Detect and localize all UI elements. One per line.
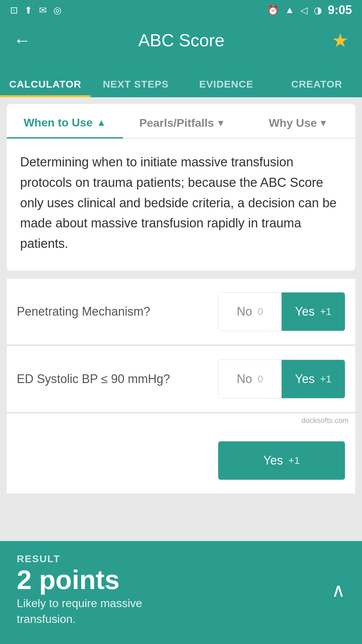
when-to-use-chevron: ▲	[97, 117, 106, 128]
clock: 9:05	[328, 3, 352, 17]
app-bar: ← ABC Score ★	[0, 20, 362, 60]
tab-calculator[interactable]: CALCULATOR	[0, 78, 90, 97]
card-body-text: Determining when to initiate massive tra…	[7, 139, 355, 271]
tab-bar: CALCULATOR NEXT STEPS EVIDENCE CREATOR	[0, 60, 362, 97]
status-icons-left: ⊡ ⬆ ✉ ◎	[10, 5, 61, 16]
tab-evidence[interactable]: EVIDENCE	[181, 78, 272, 97]
battery-icon: ◑	[314, 5, 322, 16]
partial-answer-group: Yes +1	[218, 441, 345, 480]
favorite-button[interactable]: ★	[332, 30, 349, 51]
result-description: Likely to require massive transfusion.	[17, 595, 178, 627]
partial-question-row: Yes +1	[7, 428, 355, 493]
alarm-icon: ⏰	[267, 5, 279, 16]
penetrating-label: Penetrating Mechanism?	[17, 305, 218, 319]
sub-tabs: When to Use ▲ Pearls/Pitfalls ▾ Why Use …	[7, 104, 355, 139]
tab-next-steps[interactable]: NEXT STEPS	[90, 78, 181, 97]
status-bar: ⊡ ⬆ ✉ ◎ ⏰ ▲ ◁ ◑ 9:05	[0, 0, 362, 20]
ed-systolic-label: ED Systolic BP ≤ 90 mmHg?	[17, 372, 218, 386]
ed-systolic-no-btn[interactable]: No 0	[218, 360, 282, 398]
penetrating-yes-btn[interactable]: Yes +1	[282, 292, 345, 331]
why-use-chevron: ▾	[321, 117, 325, 128]
tab-creator[interactable]: CREATOR	[272, 78, 362, 97]
wifi-icon: ▲	[285, 5, 294, 15]
watermark: docksofts.com	[7, 414, 355, 428]
mail-icon: ✉	[39, 5, 47, 16]
result-value-row: 2 points	[17, 567, 178, 593]
question-row-penetrating: Penetrating Mechanism? No 0 Yes +1	[7, 279, 355, 345]
result-content: RESULT 2 points Likely to require massiv…	[17, 553, 178, 627]
result-points: 2 points	[17, 567, 120, 593]
main-content: When to Use ▲ Pearls/Pitfalls ▾ Why Use …	[0, 97, 362, 500]
sub-tab-when-to-use[interactable]: When to Use ▲	[7, 104, 123, 139]
result-bar: RESULT 2 points Likely to require massiv…	[0, 541, 362, 644]
back-button[interactable]: ←	[13, 30, 31, 50]
ed-systolic-answer-group: No 0 Yes +1	[218, 360, 345, 398]
ed-systolic-yes-btn[interactable]: Yes +1	[282, 360, 345, 398]
penetrating-no-btn[interactable]: No 0	[218, 292, 282, 331]
page-title: ABC Score	[138, 30, 224, 50]
circle-stop-icon: ◎	[53, 5, 61, 16]
sub-tab-pearls-pitfalls[interactable]: Pearls/Pitfalls ▾	[123, 104, 239, 138]
pearls-pitfalls-chevron: ▾	[218, 117, 223, 128]
question-row-ed-systolic: ED Systolic BP ≤ 90 mmHg? No 0 Yes +1	[7, 346, 355, 412]
penetrating-answer-group: No 0 Yes +1	[218, 292, 345, 331]
signal-icon: ◁	[300, 5, 308, 16]
result-label: RESULT	[17, 553, 178, 565]
sub-tab-why-use[interactable]: Why Use ▾	[239, 104, 355, 138]
info-card: When to Use ▲ Pearls/Pitfalls ▾ Why Use …	[7, 104, 355, 271]
status-icons-right: ⏰ ▲ ◁ ◑ 9:05	[267, 3, 352, 17]
partial-yes-btn[interactable]: Yes +1	[218, 441, 345, 480]
upload-icon: ⬆	[24, 5, 32, 16]
image-icon: ⊡	[10, 5, 18, 16]
result-expand-icon[interactable]: ∧	[331, 579, 345, 601]
